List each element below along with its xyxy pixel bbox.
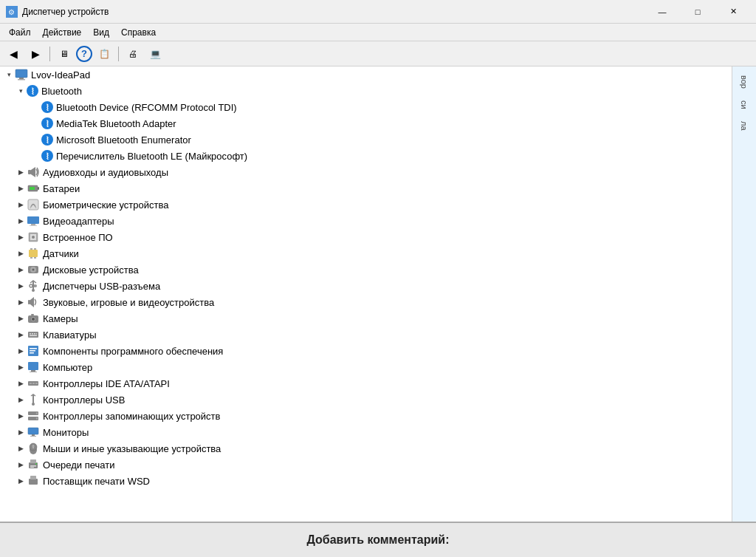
- usb-expand[interactable]: ▶: [15, 394, 27, 406]
- bt-device-3[interactable]: ⦚ Microsoft Bluetooth Enumerator: [0, 131, 732, 148]
- help-button[interactable]: ?: [76, 46, 92, 62]
- storage-item[interactable]: ▶ Контроллеры запоминающих устройств: [0, 408, 732, 424]
- menu-view[interactable]: Вид: [87, 26, 115, 39]
- svg-rect-28: [28, 300, 30, 304]
- print-queue-expand[interactable]: ▶: [15, 459, 27, 471]
- main-area: ▾ Lvov-IdeaPad ▾ ⦚ Bluetooth ⦚ Bluetooth…: [0, 66, 756, 522]
- camera-item[interactable]: ▶ Камеры: [0, 310, 732, 327]
- maximize-button[interactable]: □: [681, 0, 715, 24]
- computer-expand[interactable]: ▶: [15, 361, 27, 373]
- root-expand[interactable]: ▾: [3, 69, 15, 81]
- ide-expand[interactable]: ▶: [15, 377, 27, 389]
- app-icon: ⚙: [6, 6, 18, 18]
- storage-icon: [27, 409, 40, 423]
- monitors-item[interactable]: ▶ Мониторы: [0, 424, 732, 440]
- monitors-icon: [27, 426, 40, 439]
- root-label: Lvov-IdeaPad: [31, 69, 90, 81]
- svg-rect-58: [30, 436, 36, 437]
- mice-expand[interactable]: ▶: [15, 442, 27, 454]
- firmware-item[interactable]: ▶ Встроенное ПО: [0, 229, 732, 245]
- device-tree[interactable]: ▾ Lvov-IdeaPad ▾ ⦚ Bluetooth ⦚ Bluetooth…: [0, 66, 732, 522]
- tree-root[interactable]: ▾ Lvov-IdeaPad: [0, 66, 732, 83]
- bio-item[interactable]: ▶ Биометрические устройства: [0, 197, 732, 213]
- wsd-label: Поставщик печати WSD: [43, 476, 150, 487]
- sound-item[interactable]: ▶ Звуковые, игровые и видеоустройства: [0, 294, 732, 310]
- svg-rect-38: [36, 333, 37, 335]
- svg-rect-69: [30, 476, 36, 479]
- storage-expand[interactable]: ▶: [15, 410, 27, 422]
- monitors-label: Мониторы: [43, 427, 89, 438]
- bt-device-1[interactable]: ⦚ Bluetooth Device (RFCOMM Protocol TDI): [0, 99, 732, 115]
- svg-rect-49: [32, 383, 35, 384]
- video-expand[interactable]: ▶: [15, 215, 27, 227]
- keyboard-icon: [27, 328, 40, 341]
- svg-rect-19: [34, 248, 36, 250]
- forward-button[interactable]: ▶: [25, 44, 46, 64]
- ide-icon: [27, 377, 40, 390]
- wsd-item[interactable]: ▶ Поставщик печати WSD: [0, 473, 732, 489]
- monitor-button[interactable]: 💻: [145, 44, 165, 64]
- software-expand[interactable]: ▶: [15, 345, 27, 357]
- firmware-expand[interactable]: ▶: [15, 231, 27, 243]
- svg-rect-56: [28, 428, 38, 434]
- audio-icon: [27, 165, 40, 179]
- computer-item[interactable]: ▶ Компьютер: [0, 359, 732, 375]
- close-button[interactable]: ✕: [716, 0, 750, 24]
- usb-ctrl-expand[interactable]: ▶: [15, 280, 27, 292]
- sound-expand[interactable]: ▶: [15, 296, 27, 308]
- software-item[interactable]: ▶ Компоненты программного обеспечения: [0, 343, 732, 359]
- software-label: Компоненты программного обеспечения: [43, 346, 223, 357]
- ide-label: Контроллеры IDE ATA/ATAPI: [43, 378, 170, 389]
- menu-file[interactable]: Файл: [3, 26, 37, 39]
- properties-button[interactable]: 🖥: [54, 44, 75, 64]
- svg-point-16: [32, 236, 35, 239]
- ide-item[interactable]: ▶ Контроллеры IDE ATA/ATAPI: [0, 375, 732, 392]
- video-item[interactable]: ▶ Видеоадаптеры: [0, 213, 732, 229]
- sensors-item[interactable]: ▶ Датчики: [0, 245, 732, 262]
- disk-expand[interactable]: ▶: [15, 264, 27, 276]
- computer-icon2: [27, 360, 40, 374]
- print-button[interactable]: 🖨: [123, 44, 143, 64]
- print-queue-item[interactable]: ▶ Очереди печати: [0, 457, 732, 473]
- disk-item[interactable]: ▶ Дисковые устройства: [0, 262, 732, 278]
- computer-label: Компьютер: [43, 362, 92, 373]
- bt4-label: Перечислитель Bluetooth LE (Майкрософт): [56, 151, 247, 162]
- monitors-expand[interactable]: ▶: [15, 426, 27, 438]
- usb-item[interactable]: ▶ Контроллеры USB: [0, 392, 732, 408]
- svg-rect-57: [32, 434, 35, 436]
- battery-expand[interactable]: ▶: [15, 182, 27, 194]
- sound-label: Звуковые, игровые и видеоустройства: [43, 297, 214, 308]
- back-button[interactable]: ◀: [3, 44, 24, 64]
- bt-device-4[interactable]: ⦚ Перечислитель Bluetooth LE (Майкрософт…: [0, 148, 732, 164]
- svg-text:⚙: ⚙: [8, 8, 15, 16]
- right-panel-text2: си: [740, 95, 749, 115]
- menu-help[interactable]: Справка: [115, 26, 162, 39]
- svg-rect-50: [35, 383, 38, 384]
- disk-icon: [27, 263, 40, 276]
- svg-rect-21: [34, 257, 36, 259]
- menu-action[interactable]: Действие: [37, 26, 88, 39]
- sound-icon: [27, 295, 40, 309]
- wsd-icon: [27, 474, 40, 488]
- devices-button[interactable]: 📋: [94, 44, 114, 64]
- svg-point-32: [32, 318, 35, 321]
- keyboard-item[interactable]: ▶ Клавиатуры: [0, 327, 732, 343]
- bt-device-2[interactable]: ⦚ MediaTek Bluetooth Adapter: [0, 115, 732, 131]
- mice-item[interactable]: ▶ Мыши и иные указывающие устройства: [0, 440, 732, 457]
- usb-ctrl-label: Диспетчеры USB-разъема: [43, 281, 160, 292]
- battery-label: Батареи: [43, 183, 80, 194]
- bio-expand[interactable]: ▶: [15, 199, 27, 211]
- sensors-expand[interactable]: ▶: [15, 247, 27, 259]
- usb-ctrl-item[interactable]: ▶ Диспетчеры USB-разъема: [0, 278, 732, 294]
- wsd-expand[interactable]: ▶: [15, 475, 27, 487]
- bluetooth-item[interactable]: ▾ ⦚ Bluetooth: [0, 83, 732, 99]
- svg-point-55: [36, 417, 38, 419]
- bluetooth-expand[interactable]: ▾: [15, 85, 27, 97]
- camera-expand[interactable]: ▶: [15, 312, 27, 324]
- minimize-button[interactable]: —: [645, 0, 679, 24]
- audio-expand[interactable]: ▶: [15, 166, 27, 178]
- keyboard-expand[interactable]: ▶: [15, 329, 27, 341]
- audio-item[interactable]: ▶ Аудиовходы и аудиовыходы: [0, 164, 732, 180]
- svg-point-62: [32, 445, 35, 448]
- battery-item[interactable]: ▶ Батареи: [0, 180, 732, 197]
